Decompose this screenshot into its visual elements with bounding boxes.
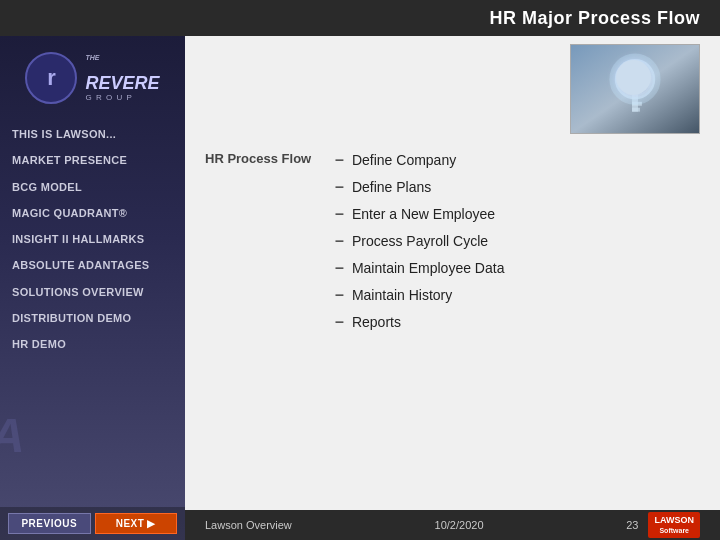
item-text-0: Define Company: [352, 152, 456, 168]
nav-items-container: THIS IS LAWSON... MARKET PRESENCE BCG MO…: [0, 116, 185, 507]
item-text-3: Process Payroll Cycle: [352, 233, 488, 249]
sidebar-item-this-is-lawson[interactable]: THIS IS LAWSON...: [0, 121, 185, 147]
item-text-2: Enter a New Employee: [352, 206, 495, 222]
page-title: HR Major Process Flow: [489, 8, 700, 29]
list-item: – Maintain Employee Data: [335, 259, 700, 277]
logo-letter: r: [47, 65, 56, 91]
next-button[interactable]: NEXT ▶: [95, 513, 178, 534]
logo-area: r THE REVERE G R O U P: [0, 36, 185, 116]
hr-process-list: – Define Company – Define Plans – Enter …: [335, 151, 700, 331]
dash-icon-4: –: [335, 259, 344, 277]
sidebar-item-market-presence[interactable]: MARKET PRESENCE: [0, 147, 185, 173]
svg-point-2: [625, 69, 645, 89]
list-item: – Maintain History: [335, 286, 700, 304]
svg-point-6: [613, 57, 656, 100]
footer-page-number: 23: [626, 519, 638, 531]
lawson-badge-line1: LAWSON: [654, 515, 694, 525]
list-item: – Enter a New Employee: [335, 205, 700, 223]
content-top: [185, 36, 720, 146]
hr-process-flow-label: HR Process Flow: [205, 151, 315, 331]
list-item: – Reports: [335, 313, 700, 331]
sidebar-item-solutions-overview[interactable]: SOLUTIONS OVERVIEW: [0, 279, 185, 305]
content-body: HR Process Flow – Define Company – Defin…: [185, 146, 720, 510]
logo-sub-text: G R O U P: [85, 93, 159, 102]
lawson-badge-line2: Software: [654, 526, 694, 536]
lawson-badge: LAWSON Software: [648, 512, 700, 538]
item-text-6: Reports: [352, 314, 401, 330]
svg-rect-5: [632, 108, 640, 112]
content-image: [570, 44, 700, 134]
item-text-5: Maintain History: [352, 287, 452, 303]
next-arrow-icon: ▶: [147, 518, 156, 529]
sidebar: r THE REVERE G R O U P A THIS IS LAWSON.…: [0, 36, 185, 540]
dash-icon-6: –: [335, 313, 344, 331]
list-item: – Define Company: [335, 151, 700, 169]
main-layout: r THE REVERE G R O U P A THIS IS LAWSON.…: [0, 36, 720, 540]
dash-icon-1: –: [335, 178, 344, 196]
dash-icon-3: –: [335, 232, 344, 250]
sidebar-item-absolute-adantages[interactable]: ABSOLUTE ADANTAGES: [0, 252, 185, 278]
sidebar-item-distribution-demo[interactable]: DISTRIBUTION DEMO: [0, 305, 185, 331]
sidebar-item-magic-quadrant[interactable]: MAGIC QUADRANT®: [0, 200, 185, 226]
footer-bar: Lawson Overview 10/2/2020 23 LAWSON Soft…: [185, 510, 720, 540]
content-area: HR Process Flow – Define Company – Defin…: [185, 36, 720, 540]
logo-text: THE REVERE G R O U P: [85, 54, 159, 103]
header-bar: HR Major Process Flow: [0, 0, 720, 36]
hr-process-section: HR Process Flow – Define Company – Defin…: [205, 151, 700, 331]
footer-date: 10/2/2020: [435, 519, 484, 531]
footer-left-text: Lawson Overview: [205, 519, 292, 531]
list-item: – Define Plans: [335, 178, 700, 196]
sidebar-item-bcg-model[interactable]: BCG MODEL: [0, 174, 185, 200]
item-text-4: Maintain Employee Data: [352, 260, 505, 276]
dash-icon-2: –: [335, 205, 344, 223]
dash-icon-0: –: [335, 151, 344, 169]
sidebar-item-hr-demo[interactable]: HR DEMO: [0, 331, 185, 357]
logo-main-text: THE: [85, 54, 159, 74]
sidebar-item-insight-hallmarks[interactable]: INSIGHT II HALLMARKS: [0, 226, 185, 252]
list-item: – Process Payroll Cycle: [335, 232, 700, 250]
bottom-nav: PREVIOUS NEXT ▶: [0, 507, 185, 540]
dash-icon-5: –: [335, 286, 344, 304]
logo-icon: r: [25, 52, 77, 104]
item-text-1: Define Plans: [352, 179, 431, 195]
footer-right: 23 LAWSON Software: [626, 512, 700, 538]
previous-button[interactable]: PREVIOUS: [8, 513, 91, 534]
logo-brand: REVERE: [85, 74, 159, 94]
svg-point-1: [617, 61, 652, 96]
